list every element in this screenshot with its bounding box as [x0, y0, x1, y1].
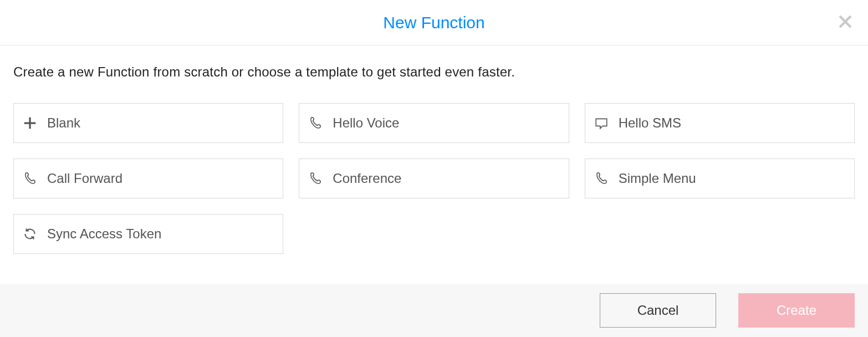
template-hello-voice[interactable]: Hello Voice: [299, 103, 569, 143]
phone-icon: [23, 171, 42, 186]
template-simple-menu[interactable]: Simple Menu: [585, 159, 855, 198]
modal-footer: Cancel Create: [0, 284, 868, 337]
chat-icon: [594, 116, 613, 130]
phone-icon: [594, 171, 613, 186]
template-conference[interactable]: Conference: [299, 159, 569, 198]
template-hello-sms[interactable]: Hello SMS: [585, 103, 855, 143]
template-label: Sync Access Token: [47, 226, 161, 242]
modal-body: Create a new Function from scratch or ch…: [0, 45, 868, 284]
close-button[interactable]: [835, 12, 856, 33]
template-label: Call Forward: [47, 171, 122, 186]
modal-header: New Function: [0, 0, 868, 45]
template-label: Hello SMS: [619, 115, 681, 131]
cancel-button[interactable]: Cancel: [600, 293, 716, 328]
template-label: Hello Voice: [333, 115, 399, 131]
template-blank[interactable]: Blank: [13, 103, 283, 143]
phone-icon: [308, 116, 327, 130]
close-icon: [838, 14, 852, 31]
template-grid: Blank Hello Voice Hello SMS Call Forward: [13, 103, 855, 254]
create-button[interactable]: Create: [738, 293, 855, 328]
template-sync-access-token[interactable]: Sync Access Token: [13, 214, 283, 254]
template-label: Conference: [333, 171, 401, 186]
template-label: Simple Menu: [619, 171, 696, 186]
modal-title: New Function: [383, 13, 484, 32]
modal-description: Create a new Function from scratch or ch…: [13, 64, 855, 80]
sync-icon: [23, 227, 42, 241]
template-label: Blank: [47, 115, 80, 131]
plus-icon: [23, 116, 42, 130]
template-call-forward[interactable]: Call Forward: [13, 159, 283, 198]
phone-icon: [308, 171, 327, 186]
